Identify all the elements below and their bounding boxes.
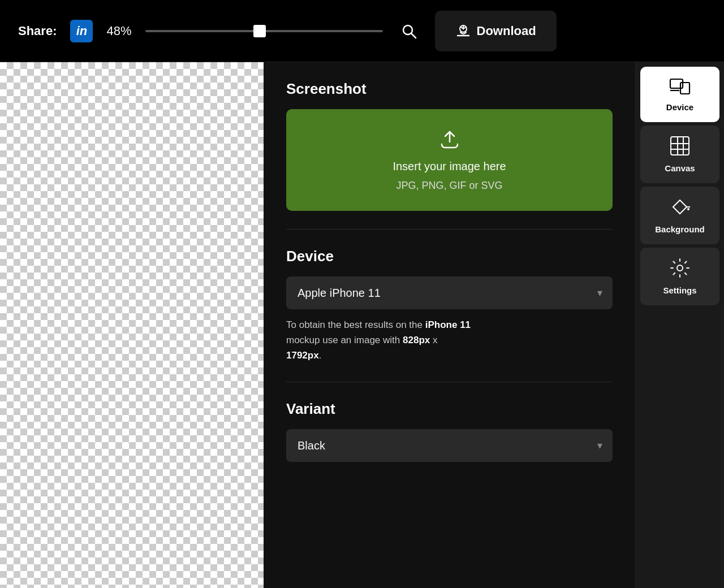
search-button[interactable]: [397, 19, 421, 44]
search-icon: [401, 23, 417, 39]
upload-text: Insert your image here: [393, 160, 506, 173]
download-upload-icon: [455, 23, 471, 39]
main-layout: Screenshot Insert your image here JPG, P…: [0, 62, 724, 588]
hint-text-3: mockup use an image with: [286, 335, 400, 345]
content-panel: Screenshot Insert your image here JPG, P…: [264, 62, 636, 588]
zoom-percent: 48%: [106, 24, 131, 38]
hint-text-1: To obtain the best results on the: [286, 319, 423, 330]
device-select-wrapper: Apple iPhone 11: [286, 276, 613, 309]
zoom-slider[interactable]: [145, 30, 383, 32]
device-title: Device: [286, 248, 613, 265]
download-button[interactable]: Download: [435, 11, 557, 51]
device-section: Device Apple iPhone 11 To obtain the bes…: [286, 248, 613, 382]
device-sidebar-label: Device: [666, 102, 693, 112]
canvas-sidebar-icon: [670, 136, 690, 159]
variant-select[interactable]: Black: [286, 429, 613, 462]
sidebar-settings-button[interactable]: Settings: [640, 248, 719, 305]
sidebar-background-button[interactable]: Background: [640, 187, 719, 244]
hint-period: .: [319, 350, 322, 361]
upload-icon: [438, 128, 461, 153]
variant-section: Variant Black: [286, 400, 613, 480]
right-sidebar: Device Canvas: [636, 62, 724, 588]
variant-select-wrapper: Black: [286, 429, 613, 462]
zoom-slider-container: [145, 30, 383, 32]
topbar: Share: in 48% Download: [0, 0, 724, 62]
hint-device-name: iPhone 11: [425, 319, 471, 330]
hint-width: 828px: [403, 335, 430, 345]
canvas-sidebar-label: Canvas: [665, 163, 695, 173]
linkedin-icon[interactable]: in: [70, 20, 93, 42]
hint-x: x: [433, 335, 438, 345]
background-sidebar-icon: [670, 197, 690, 220]
share-label: Share:: [18, 24, 57, 38]
variant-title: Variant: [286, 400, 613, 418]
background-sidebar-label: Background: [655, 224, 705, 234]
download-label: Download: [477, 24, 536, 38]
upload-area[interactable]: Insert your image here JPG, PNG, GIF or …: [286, 109, 613, 211]
device-sidebar-icon: [669, 77, 691, 98]
settings-sidebar-label: Settings: [663, 286, 696, 295]
screenshot-title: Screenshot: [286, 80, 613, 98]
hint-height: 1792px: [286, 350, 319, 361]
svg-line-1: [411, 33, 416, 38]
device-hint: To obtain the best results on the iPhone…: [286, 317, 613, 364]
preview-area: [0, 62, 264, 588]
upload-formats: JPG, PNG, GIF or SVG: [396, 180, 502, 192]
device-select[interactable]: Apple iPhone 11: [286, 276, 613, 309]
sidebar-device-button[interactable]: Device: [640, 67, 719, 122]
svg-rect-7: [671, 137, 689, 155]
sidebar-canvas-button[interactable]: Canvas: [640, 126, 719, 183]
settings-sidebar-icon: [670, 258, 690, 281]
svg-point-13: [677, 265, 683, 271]
screenshot-section: Screenshot Insert your image here JPG, P…: [286, 80, 613, 230]
svg-point-0: [403, 25, 412, 34]
svg-point-12: [687, 208, 689, 210]
